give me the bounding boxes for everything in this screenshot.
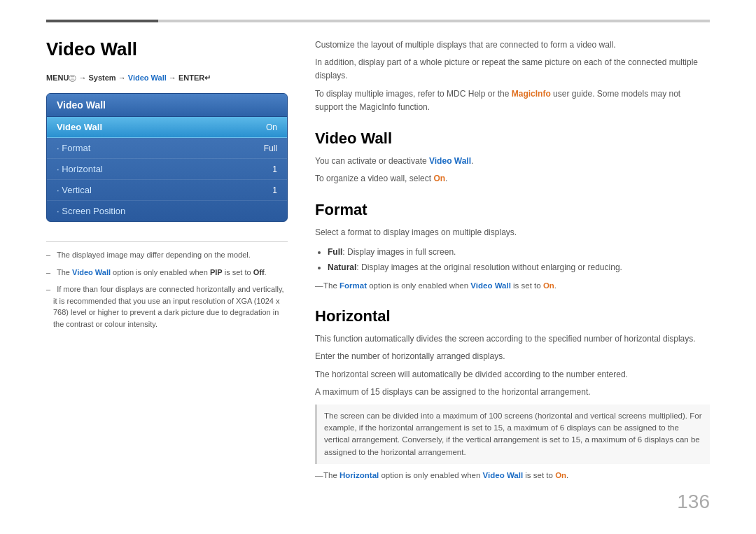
menu-prefix: MENU㊂: [46, 73, 76, 82]
menu-item-horizontal[interactable]: · Horizontal 1: [47, 159, 287, 180]
section-videowall-p2: To organize a video wall, select On.: [315, 172, 710, 185]
intro-line-2: In addition, display part of a whole pic…: [315, 56, 710, 83]
top-bar-dark: [46, 20, 158, 22]
section-horizontal-p1: This function automatically divides the …: [315, 332, 710, 346]
menu-arrow2: →: [118, 73, 128, 82]
top-bar-light: [158, 20, 710, 22]
menu-item-videowall-value: On: [266, 122, 277, 132]
horizontal-note-block: The screen can be divided into a maximum…: [315, 405, 710, 464]
section-heading-videowall: Video Wall: [315, 129, 710, 148]
note-1: The displayed image may differ depending…: [46, 249, 288, 261]
page-title: Video Wall: [46, 38, 288, 60]
format-note: The Format option is only enabled when V…: [315, 280, 710, 292]
note-2: The Video Wall option is only enabled wh…: [46, 267, 288, 279]
section-horizontal-p3: The horizontal screen will automatically…: [315, 368, 710, 381]
note-3: If more than four displays are connected…: [46, 283, 288, 330]
menu-item-screenposition[interactable]: · Screen Position: [47, 201, 287, 221]
menu-item-format-value: Full: [264, 143, 277, 153]
format-bullet-list: Full: Display images in full screen. Nat…: [328, 246, 710, 274]
menu-item-screenposition-label: · Screen Position: [57, 206, 125, 216]
top-bar: [46, 20, 710, 22]
section-horizontal-p4: A maximum of 15 displays can be assigned…: [315, 386, 710, 399]
menu-item-horizontal-value: 1: [272, 164, 277, 174]
notes-section: The displayed image may differ depending…: [46, 241, 288, 330]
menu-arrow3: →: [169, 73, 178, 82]
menu-arrow1: →: [78, 73, 88, 82]
section-format-p1: Select a format to display images on mul…: [315, 226, 710, 239]
menu-item-vertical[interactable]: · Vertical 1: [47, 180, 287, 201]
horizontal-note2: The Horizontal option is only enabled wh…: [315, 470, 710, 482]
section-heading-horizontal: Horizontal: [315, 307, 710, 325]
menu-item-vertical-label: · Vertical: [57, 185, 92, 195]
menu-box-title: Video Wall: [47, 94, 287, 117]
menu-item-horizontal-label: · Horizontal: [57, 164, 103, 174]
bullet-full: Full: Display images in full screen.: [328, 246, 710, 259]
intro-line-3: To display multiple images, refer to MDC…: [315, 87, 710, 114]
section-videowall-p1: You can activate or deactivate Video Wal…: [315, 155, 710, 168]
menu-enter: ENTER↵: [178, 73, 211, 82]
menu-path: MENU㊂ → System → Video Wall → ENTER↵: [46, 73, 288, 83]
menu-box: Video Wall Video Wall On · Format Full ·…: [46, 93, 288, 222]
menu-item-format-label: · Format: [57, 143, 90, 153]
section-horizontal-p2: Enter the number of horizontally arrange…: [315, 350, 710, 363]
page-number: 136: [677, 491, 710, 513]
intro-line-1: Customize the layout of multiple display…: [315, 38, 710, 52]
menu-item-videowall[interactable]: Video Wall On: [47, 117, 287, 138]
menu-item-format[interactable]: · Format Full: [47, 138, 287, 159]
right-column: Customize the layout of multiple display…: [315, 38, 710, 482]
menu-item-vertical-value: 1: [272, 185, 277, 195]
menu-videowall: Video Wall: [128, 73, 167, 82]
left-column: Video Wall MENU㊂ → System → Video Wall →…: [46, 38, 288, 335]
section-heading-format: Format: [315, 201, 710, 219]
menu-system: System: [89, 73, 116, 82]
menu-item-videowall-label: Video Wall: [57, 122, 102, 132]
bullet-natural: Natural: Display images at the original …: [328, 261, 710, 274]
